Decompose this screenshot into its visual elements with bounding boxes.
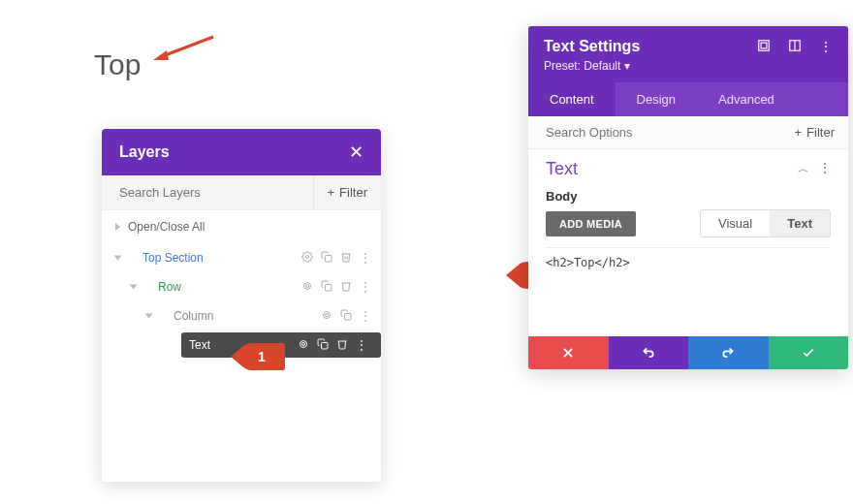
layers-panel-header: Layers ✕: [102, 129, 381, 175]
plus-icon: +: [328, 185, 335, 200]
tab-advanced[interactable]: Advanced: [697, 82, 796, 116]
expand-icon[interactable]: [788, 39, 802, 54]
more-icon[interactable]: ⋮: [356, 338, 367, 352]
settings-search-input[interactable]: [528, 125, 781, 140]
settings-header: Text Settings ⋮ Preset: Default ▾: [528, 26, 848, 82]
layers-filter-label: Filter: [339, 185, 367, 200]
layers-filter-button[interactable]: + Filter: [313, 175, 381, 209]
arrow-annotation: [145, 33, 223, 62]
svg-rect-11: [759, 41, 770, 51]
open-close-all[interactable]: Open/Close All: [102, 210, 381, 243]
layers-panel: Layers ✕ + Filter Open/Close All Top Sec…: [102, 129, 381, 482]
chevron-down-icon: [129, 285, 137, 290]
annotation-callout-1: 1: [238, 343, 285, 370]
gear-icon[interactable]: [321, 309, 332, 323]
chevron-down-icon: [113, 256, 121, 261]
tab-design[interactable]: Design: [616, 82, 697, 116]
svg-point-6: [326, 314, 329, 317]
duplicate-icon[interactable]: [321, 280, 332, 294]
svg-line-0: [160, 37, 213, 57]
save-button[interactable]: [769, 336, 849, 369]
more-icon[interactable]: ⋮: [360, 251, 371, 265]
page-title: Top: [94, 48, 141, 81]
text-settings-panel: Text Settings ⋮ Preset: Default ▾ Conten…: [528, 26, 848, 369]
settings-filter-label: Filter: [806, 125, 835, 140]
svg-point-2: [306, 256, 309, 259]
settings-search-bar: + Filter: [528, 116, 848, 149]
layer-row-column[interactable]: Column ⋮: [102, 301, 381, 331]
svg-rect-9: [322, 343, 329, 350]
settings-title: Text Settings: [544, 38, 640, 55]
svg-rect-7: [345, 314, 352, 321]
more-icon[interactable]: ⋮: [360, 309, 371, 323]
trash-icon[interactable]: [340, 251, 352, 265]
svg-rect-5: [326, 285, 332, 292]
svg-point-8: [302, 343, 305, 346]
svg-point-4: [306, 285, 309, 288]
text-section-header[interactable]: Text ︿ ⋮: [528, 149, 848, 189]
trash-icon[interactable]: [336, 338, 348, 352]
cancel-button[interactable]: [528, 336, 609, 369]
body-editor-area: Body ADD MEDIA Visual Text <h2>Top</h2>: [528, 189, 848, 336]
layer-column-label: Column: [166, 303, 321, 329]
settings-tabs: Content Design Advanced: [528, 82, 848, 116]
body-label: Body: [546, 189, 831, 204]
layers-search-input[interactable]: [102, 185, 313, 200]
layer-section-label: Top Section: [135, 245, 301, 270]
more-icon[interactable]: ⋮: [819, 161, 831, 177]
more-icon[interactable]: ⋮: [360, 280, 371, 294]
chevron-down-icon: [144, 314, 152, 319]
trash-icon[interactable]: [340, 280, 352, 294]
layers-search-bar: + Filter: [102, 175, 381, 210]
responsive-icon[interactable]: [757, 39, 771, 54]
duplicate-icon[interactable]: [321, 251, 332, 265]
gear-icon[interactable]: [301, 280, 313, 294]
chevron-up-icon[interactable]: ︿: [798, 161, 809, 177]
add-media-button[interactable]: ADD MEDIA: [546, 211, 636, 236]
svg-rect-10: [761, 43, 767, 48]
tab-text[interactable]: Text: [770, 210, 830, 236]
chevron-down-icon: ▾: [624, 59, 630, 73]
tab-visual[interactable]: Visual: [701, 210, 770, 236]
undo-button[interactable]: [609, 336, 689, 369]
duplicate-icon[interactable]: [317, 338, 329, 352]
gear-icon[interactable]: [298, 338, 309, 352]
tab-content[interactable]: Content: [528, 82, 616, 116]
layers-tree: Open/Close All Top Section ⋮ Row ⋮: [102, 210, 381, 482]
svg-marker-1: [153, 50, 169, 60]
text-editor[interactable]: <h2>Top</h2>: [546, 247, 831, 325]
layer-row-row[interactable]: Row ⋮: [102, 272, 381, 301]
settings-action-bar: [528, 336, 848, 369]
duplicate-icon[interactable]: [340, 309, 352, 323]
open-close-all-label: Open/Close All: [128, 220, 205, 234]
text-section-title: Text: [546, 159, 578, 179]
layer-row-section[interactable]: Top Section ⋮: [102, 243, 381, 272]
more-icon[interactable]: ⋮: [819, 39, 833, 54]
close-icon[interactable]: ✕: [349, 142, 363, 163]
layer-row-label: Row: [150, 274, 301, 299]
settings-filter-button[interactable]: + Filter: [781, 125, 848, 140]
editor-mode-tabs: Visual Text: [700, 209, 831, 237]
gear-icon[interactable]: [301, 251, 313, 265]
redo-button[interactable]: [688, 336, 769, 369]
preset-selector[interactable]: Preset: Default ▾: [544, 59, 833, 73]
layers-panel-title: Layers: [119, 143, 170, 161]
chevron-right-icon: [115, 223, 120, 231]
svg-rect-3: [326, 256, 332, 263]
plus-icon: +: [795, 125, 803, 140]
preset-label: Preset: Default: [544, 59, 620, 73]
